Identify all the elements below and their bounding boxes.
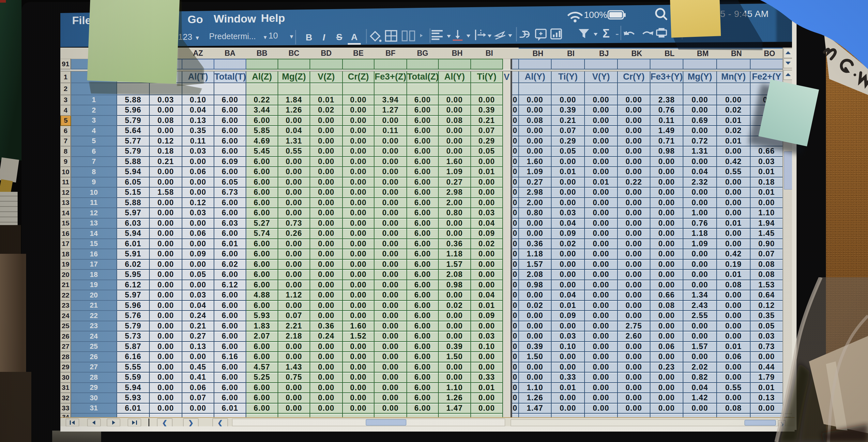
svg-text:❮: ❮	[162, 419, 168, 427]
svg-text:❮: ❮	[218, 419, 223, 427]
svg-text:S: S	[336, 32, 342, 42]
svg-text:❯: ❯	[188, 419, 194, 427]
svg-text:I: I	[322, 32, 326, 42]
svg-text:B: B	[306, 32, 312, 42]
svg-text:A: A	[351, 32, 358, 42]
svg-text:Σ: Σ	[602, 27, 610, 40]
